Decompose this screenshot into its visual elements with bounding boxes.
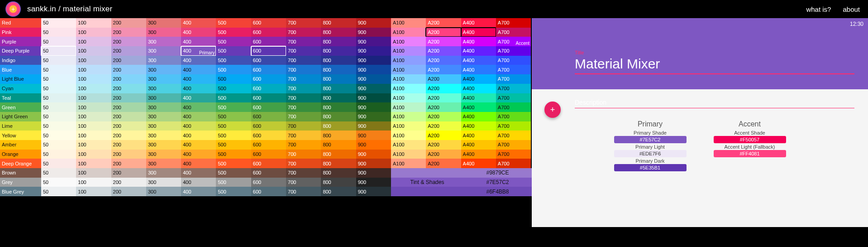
tint-value[interactable]: #6F4BB8 [463, 189, 532, 195]
swatch[interactable]: A100 [391, 112, 426, 121]
color-name[interactable]: Light Green [0, 112, 41, 121]
swatch[interactable]: 500 [216, 178, 251, 187]
swatch[interactable]: A200 [426, 28, 461, 37]
swatch[interactable]: 500 [216, 187, 251, 196]
swatch[interactable]: 700 [286, 18, 321, 28]
swatch[interactable]: 100 [76, 74, 111, 84]
swatch[interactable]: 500 [216, 93, 251, 103]
swatch[interactable]: 200 [111, 150, 146, 159]
swatch[interactable]: 200 [111, 102, 146, 112]
swatch[interactable]: A200 [426, 93, 461, 103]
app-logo[interactable]: + [5, 1, 21, 17]
swatch[interactable]: 700 [286, 56, 321, 65]
swatch[interactable]: A200 [426, 65, 461, 74]
swatch[interactable]: A400 [461, 102, 496, 112]
swatch[interactable]: A400 [461, 28, 496, 37]
swatch[interactable]: 500 [216, 159, 251, 168]
swatch[interactable]: 200 [111, 28, 146, 37]
swatch[interactable]: 600 [251, 84, 286, 93]
color-name[interactable]: Blue Grey [0, 187, 41, 196]
swatch[interactable]: 200 [111, 93, 146, 103]
swatch[interactable]: 300 [146, 65, 181, 74]
color-name[interactable]: Amber [0, 140, 41, 150]
color-name[interactable]: Orange [0, 150, 41, 159]
swatch[interactable]: A700 [496, 84, 531, 93]
swatch[interactable]: 700 [286, 131, 321, 140]
color-name[interactable]: Lime [0, 121, 41, 131]
swatch[interactable]: 200 [111, 46, 146, 56]
swatch[interactable]: 600 [251, 74, 286, 84]
swatch[interactable]: 300 [146, 93, 181, 103]
swatch[interactable]: 400 [181, 178, 216, 187]
swatch[interactable]: 100 [76, 46, 111, 56]
swatch[interactable]: 500 [216, 112, 251, 121]
swatch[interactable]: A400 [461, 140, 496, 150]
swatch[interactable]: 50 [41, 168, 76, 178]
swatch[interactable]: 500 [216, 121, 251, 131]
swatch[interactable]: 200 [111, 140, 146, 150]
swatch[interactable]: 500 [216, 37, 251, 46]
swatch[interactable]: 800 [321, 74, 356, 84]
swatch[interactable]: 600 [251, 46, 286, 56]
swatch[interactable]: A200 [426, 102, 461, 112]
swatch[interactable]: 700 [286, 74, 321, 84]
swatch[interactable]: 500 [216, 56, 251, 65]
swatch[interactable]: 600 [251, 187, 286, 196]
swatch[interactable]: 700 [286, 150, 321, 159]
swatch[interactable]: A700 [496, 56, 531, 65]
swatch[interactable]: A100 [391, 150, 426, 159]
swatch[interactable]: 700 [286, 93, 321, 103]
swatch[interactable]: 400 [181, 140, 216, 150]
swatch[interactable]: A200 [426, 46, 461, 56]
swatch[interactable]: A700 [496, 150, 531, 159]
swatch[interactable]: 700 [286, 84, 321, 93]
swatch[interactable]: 600 [251, 131, 286, 140]
swatch[interactable]: 50 [41, 74, 76, 84]
swatch[interactable]: 500 [216, 131, 251, 140]
primary-shade-chip[interactable]: #7E57C2 [614, 136, 687, 143]
swatch[interactable]: A400 [461, 56, 496, 65]
swatch[interactable]: 600 [251, 37, 286, 46]
swatch[interactable]: 900 [356, 18, 391, 28]
swatch[interactable]: 400 [181, 112, 216, 121]
swatch[interactable]: 800 [321, 37, 356, 46]
swatch[interactable]: A400 [461, 112, 496, 121]
accent-shade-chip[interactable]: #F50057 [714, 136, 786, 143]
swatch[interactable]: 200 [111, 65, 146, 74]
swatch[interactable]: 100 [76, 56, 111, 65]
swatch[interactable]: A200 [426, 150, 461, 159]
swatch[interactable]: 100 [76, 178, 111, 187]
swatch[interactable]: 700 [286, 28, 321, 37]
swatch[interactable]: 100 [76, 28, 111, 37]
swatch[interactable]: 700 [286, 159, 321, 168]
swatch[interactable]: 50 [41, 93, 76, 103]
swatch[interactable]: 300 [146, 168, 181, 178]
swatch[interactable]: A100 [391, 121, 426, 131]
color-name[interactable]: Yellow [0, 131, 41, 140]
swatch[interactable]: 200 [111, 18, 146, 28]
swatch[interactable]: 700 [286, 112, 321, 121]
swatch[interactable]: 700 [286, 46, 321, 56]
color-name[interactable]: Pink [0, 28, 41, 37]
swatch[interactable]: 600 [251, 56, 286, 65]
swatch[interactable]: 600 [251, 150, 286, 159]
swatch[interactable]: 400 [181, 84, 216, 93]
swatch[interactable]: 300 [146, 84, 181, 93]
swatch[interactable]: 300 [146, 121, 181, 131]
accent-light-chip[interactable]: #FF4081 [714, 150, 786, 157]
swatch[interactable]: 800 [321, 112, 356, 121]
swatch[interactable]: A700 [496, 28, 531, 37]
swatch[interactable]: 100 [76, 18, 111, 28]
swatch[interactable]: 400Primary [181, 46, 216, 56]
swatch[interactable]: A200 [426, 56, 461, 65]
swatch[interactable]: 300 [146, 37, 181, 46]
swatch[interactable]: 100 [76, 121, 111, 131]
swatch[interactable]: 50 [41, 131, 76, 140]
swatch[interactable]: 600 [251, 102, 286, 112]
swatch[interactable]: 600 [251, 93, 286, 103]
swatch[interactable]: 300 [146, 112, 181, 121]
swatch[interactable]: A200 [426, 121, 461, 131]
swatch[interactable]: 900 [356, 46, 391, 56]
swatch[interactable]: A400 [461, 18, 496, 28]
swatch[interactable]: 50 [41, 65, 76, 74]
